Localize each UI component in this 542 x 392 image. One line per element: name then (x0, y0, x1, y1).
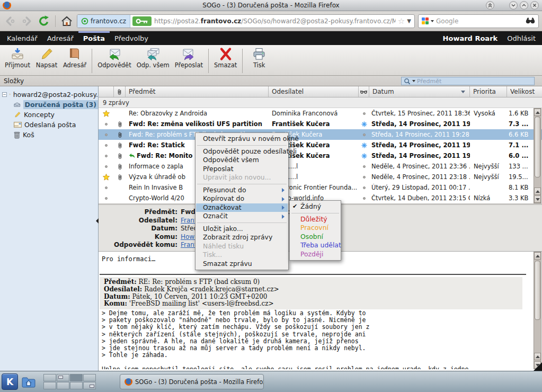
date-column-header[interactable]: Datum (369, 86, 470, 97)
compose-button[interactable]: Napsat (33, 47, 60, 69)
mail-filter-box[interactable] (401, 77, 535, 85)
window-titlebar[interactable]: SOGo - (3) Doručená pošta - Mozilla Fire… (0, 0, 542, 11)
get-mail-button[interactable]: Přijmout (2, 47, 33, 69)
logout-link[interactable]: Odhlásit (503, 31, 540, 45)
flag-item-later[interactable]: Později (290, 250, 340, 259)
mail-row[interactable]: Výzva k úhradě ob …………l Neděle, 4 Prosin… (99, 172, 542, 182)
reply-button[interactable]: Odpovědět (95, 47, 134, 69)
menubar-item-predvolby[interactable]: Předvolby (110, 31, 153, 45)
preview-scrollbar[interactable] (534, 252, 541, 369)
url-bar[interactable]: frantovo.cz https://posta2.frantovo.cz/S… (77, 14, 415, 28)
pager-desktop-8[interactable] (83, 382, 96, 389)
sidebar-item-inbox[interactable]: Doručená pošta (3) (0, 100, 98, 110)
bookmark-star-icon[interactable]: ☆ (398, 16, 405, 26)
address-book-button[interactable]: Adresář (60, 47, 89, 69)
mail-row[interactable]: Rein In Invasive B Electronic Frontier F… (99, 182, 542, 193)
mail-row[interactable]: Fwd: Re: Statick František Kučera Středa… (99, 140, 542, 150)
scrollbar-thumb[interactable] (535, 117, 540, 177)
kde-menu-button[interactable]: K (2, 373, 18, 390)
menu-item-save-as[interactable]: Uložit jako... (196, 225, 288, 234)
menu-item-edit-as-new: Upravit jako novou... (196, 173, 288, 182)
print-button[interactable]: Tisk (245, 47, 273, 69)
menu-item-print-preview: Náhled tisku (196, 242, 288, 251)
scrollbar-thumb[interactable] (535, 261, 540, 320)
sidebar-item-trash[interactable]: Koš (0, 130, 98, 140)
search-scope-dropdown-icon[interactable] (412, 80, 415, 82)
menu-item-forward[interactable]: Přeposlat (196, 165, 288, 174)
menubar-item-adresar[interactable]: Adresář (42, 31, 78, 45)
flag-column-header[interactable] (99, 86, 114, 97)
mail-row[interactable]: Fwd: Re: Monito František Kučera Středa,… (99, 150, 542, 161)
pager-desktop-1[interactable] (43, 374, 56, 381)
site-identity-chip[interactable]: frantovo.cz (77, 15, 130, 28)
menu-item-delete-message[interactable]: Smazat zprávu (196, 260, 288, 269)
menu-item-view-source[interactable]: Zobrazit zdroj zprávy (196, 233, 288, 242)
menubar-item-kalendar[interactable]: Kalendář (2, 31, 42, 45)
mail-row[interactable]: Re: Obrazovky z Androida Dominika Franco… (99, 108, 542, 119)
back-button[interactable] (3, 14, 17, 28)
priority-column-header[interactable]: Priorita (470, 86, 507, 97)
flag-item-personal[interactable]: Osobní (290, 233, 340, 242)
pager-desktop-5[interactable] (43, 382, 56, 389)
flag-item-todo[interactable]: Třeba udělat (290, 241, 340, 250)
menu-item-move-to[interactable]: Přesunout do (196, 186, 288, 195)
attachment-column-header[interactable] (114, 86, 126, 97)
scroll-down-button[interactable] (534, 195, 541, 203)
sidebar-item-sent[interactable]: Odeslaná pošta (0, 120, 98, 130)
account-node[interactable]: − howard2@posta2-pokusy. (0, 90, 98, 100)
desktop-pager[interactable] (43, 374, 96, 389)
menubar-item-posta[interactable]: Pošta (78, 31, 110, 45)
scroll-up-button[interactable] (534, 353, 541, 360)
flag-item-none[interactable]: ✔Žádný (290, 202, 340, 211)
folder-label: Koš (23, 131, 34, 139)
flag-item-work[interactable]: Pracovní (290, 224, 340, 233)
pager-desktop-6[interactable] (57, 382, 69, 389)
urlbar-dropdown-icon[interactable]: ▼ (407, 18, 411, 24)
forward-button[interactable] (20, 14, 34, 28)
menu-item-open-window[interactable]: Otevřít zprávu v novém okně (196, 135, 288, 144)
scroll-up-button[interactable] (534, 188, 541, 195)
pager-desktop-2[interactable] (57, 374, 69, 381)
close-button[interactable] (530, 1, 539, 10)
read-column-header[interactable] (359, 86, 369, 97)
pager-desktop-4[interactable] (83, 374, 96, 381)
menu-item-flag[interactable]: Označit (196, 212, 288, 221)
scroll-up-button[interactable] (534, 252, 541, 260)
menu-item-copy-to[interactable]: Kopírovat do (196, 194, 288, 203)
size-column-header[interactable]: Velikost (507, 86, 542, 97)
list-scrollbar[interactable] (534, 108, 541, 203)
scroll-up-button[interactable] (534, 109, 541, 116)
window-title: SOGo - (3) Doručená pošta - Mozilla Fire… (0, 2, 542, 9)
pager-desktop-3-active[interactable] (70, 374, 83, 381)
menu-item-reply-sender[interactable]: Odpovědět pouze odesílateli (196, 147, 288, 156)
quoted-message-headers: Předmět: RE: Re: problém s FTP (bad cksu… (100, 277, 522, 309)
search-input[interactable] (436, 17, 523, 25)
resize-grip[interactable] (534, 362, 542, 371)
forward-button-mail[interactable]: Přeposlat (172, 47, 206, 69)
mail-row[interactable]: Fwd: Re: změna velikosti UFS partition F… (99, 119, 542, 129)
shade-button[interactable] (486, 1, 494, 10)
star-icon (103, 110, 110, 117)
delete-button[interactable]: Smazat (211, 47, 239, 69)
reply-all-button[interactable]: Odp. všem (134, 47, 172, 69)
menu-item-mark[interactable]: Označkovat (196, 203, 288, 212)
menu-item-reply-all[interactable]: Odpovědět všem (196, 156, 288, 165)
home-folder-button[interactable] (21, 374, 37, 390)
mail-row[interactable]: Informace o zapla …………l Neděle, 4 Prosin… (99, 161, 542, 172)
taskbar-window-button[interactable]: SOGo - (3) Doručená pošta - Mozilla Fire… (120, 374, 264, 389)
search-engine-dropdown-icon[interactable] (431, 20, 434, 22)
submenu-arrow-icon (282, 215, 285, 219)
reload-button[interactable] (37, 14, 51, 28)
minimize-button[interactable] (509, 1, 518, 10)
mail-row-selected[interactable]: Fwd: Re: problém s FTP (bad cksum 0) Fra… (99, 129, 542, 140)
subject-column-header[interactable]: Předmět (126, 86, 269, 97)
mail-filter-input[interactable] (417, 78, 532, 85)
flag-item-important[interactable]: Důležitý (290, 215, 340, 224)
expander-icon[interactable]: − (2, 92, 7, 97)
pager-desktop-7[interactable] (70, 382, 83, 389)
sidebar-item-drafts[interactable]: Koncepty (0, 110, 98, 120)
home-button[interactable] (60, 14, 74, 28)
sender-column-header[interactable]: Odesílatel (269, 86, 359, 97)
maximize-button[interactable] (520, 1, 528, 10)
browser-search[interactable] (418, 14, 539, 28)
